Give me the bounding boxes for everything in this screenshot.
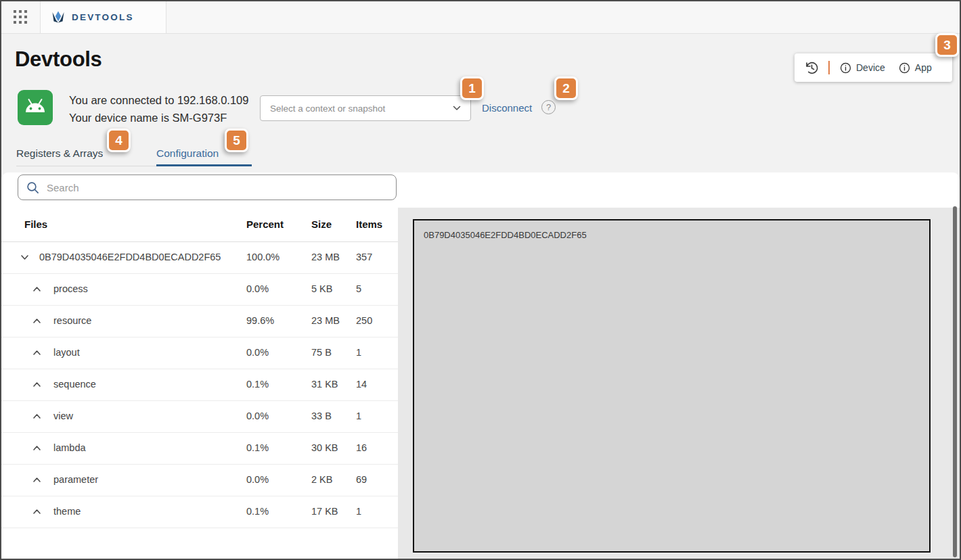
column-header-items: Items: [356, 218, 382, 230]
help-icon[interactable]: ?: [541, 100, 556, 114]
row-percent: 0.0%: [246, 347, 269, 358]
table-row[interactable]: 0B79D4035046E2FDD4BD0ECADD2F65 100.0% 23…: [1, 242, 398, 274]
preview-canvas[interactable]: 0B79D4035046E2FDD4BD0ECADD2F65: [413, 219, 931, 553]
active-tab-underline: [156, 164, 252, 166]
brand-home-link[interactable]: DEVTOOLS: [40, 1, 166, 33]
grid-icon: [12, 9, 29, 26]
file-table-body: 0B79D4035046E2FDD4BD0ECADD2F65 100.0% 23…: [1, 242, 398, 528]
row-name: layout: [53, 347, 80, 358]
row-size: 17 KB: [311, 506, 338, 517]
row-items: 250: [356, 315, 372, 326]
row-size: 5 KB: [311, 283, 332, 294]
top-bar: DEVTOOLS: [1, 1, 960, 34]
column-header-files: Files: [24, 218, 47, 230]
device-info-label: Device: [856, 62, 885, 73]
row-size: 23 MB: [311, 315, 340, 326]
row-items: 5: [356, 283, 361, 294]
row-toggle[interactable]: [32, 317, 41, 325]
row-items: 1: [356, 347, 361, 358]
row-toggle[interactable]: [32, 507, 41, 516]
row-toggle[interactable]: [32, 475, 41, 484]
row-toggle[interactable]: [32, 348, 41, 357]
app-grid-button[interactable]: [1, 1, 40, 33]
row-percent: 0.1%: [246, 379, 269, 390]
tab-registers-arrays[interactable]: Registers & Arrays: [16, 147, 103, 160]
table-row[interactable]: lambda 0.1% 30 KB 16: [1, 433, 398, 465]
row-name: lambda: [53, 442, 86, 453]
table-row[interactable]: sequence 0.1% 31 KB 14: [1, 369, 398, 401]
file-table: Files Percent Size Items 0B79D4035046E2F…: [1, 208, 398, 559]
row-size: 23 MB: [311, 252, 340, 262]
row-size: 31 KB: [311, 379, 338, 390]
search-icon: [26, 181, 39, 194]
preview-panel: 0B79D4035046E2FDD4BD0ECADD2F65: [398, 208, 960, 560]
chevron-up-icon: [32, 507, 41, 516]
table-row[interactable]: layout 0.0% 75 B 1: [1, 337, 398, 369]
table-row[interactable]: view 0.0% 33 B 1: [1, 401, 398, 433]
row-name: theme: [53, 506, 81, 517]
row-percent: 100.0%: [246, 252, 280, 262]
callout-badge-4: 4: [107, 129, 131, 152]
preview-root-label: 0B79D4035046E2FDD4BD0ECADD2F65: [424, 230, 587, 240]
chevron-up-icon: [32, 317, 41, 325]
row-toggle[interactable]: [32, 444, 41, 452]
callout-badge-1: 1: [460, 76, 484, 100]
row-toggle[interactable]: [32, 412, 41, 421]
search-box[interactable]: [18, 174, 397, 200]
app-info-button[interactable]: App: [899, 62, 932, 74]
callout-badge-5: 5: [225, 129, 248, 152]
page-title: Devtools: [15, 47, 102, 72]
device-info-button[interactable]: Device: [840, 62, 885, 74]
row-name: view: [53, 411, 73, 421]
row-toggle[interactable]: [20, 253, 29, 262]
connection-status: You are connected to 192.168.0.109 Your …: [69, 91, 248, 126]
chevron-down-icon: [20, 253, 29, 262]
row-items: 14: [356, 379, 367, 390]
row-name: parameter: [53, 474, 98, 485]
row-toggle[interactable]: [32, 380, 41, 389]
row-items: 69: [356, 474, 367, 485]
history-button[interactable]: [804, 60, 820, 76]
row-size: 33 B: [311, 411, 332, 421]
chevron-down-icon: [453, 106, 461, 111]
row-name: sequence: [53, 379, 96, 390]
toolbar-separator: [828, 61, 830, 74]
disconnect-link[interactable]: Disconnect: [482, 102, 532, 114]
column-header-size: Size: [311, 218, 332, 230]
tab-configuration[interactable]: Configuration: [156, 147, 219, 160]
table-row[interactable]: parameter 0.0% 2 KB 69: [1, 465, 398, 496]
chevron-up-icon: [32, 285, 41, 294]
info-icon: [840, 62, 851, 74]
brand-name: DEVTOOLS: [72, 12, 134, 22]
chevron-up-icon: [32, 475, 41, 484]
row-name: resource: [53, 315, 91, 326]
table-row[interactable]: theme 0.1% 17 KB 1: [1, 496, 398, 528]
app-info-label: App: [915, 62, 932, 73]
chevron-up-icon: [32, 380, 41, 389]
row-percent: 0.0%: [246, 283, 269, 294]
connection-line2: Your device name is SM-G973F: [69, 109, 248, 126]
search-input[interactable]: [45, 181, 388, 194]
table-row[interactable]: process 0.0% 5 KB 5: [1, 274, 398, 306]
row-items: 357: [356, 252, 372, 262]
context-snapshot-select[interactable]: Select a context or snapshot: [260, 95, 471, 121]
table-row[interactable]: resource 99.6% 23 MB 250: [1, 306, 398, 337]
file-table-header: Files Percent Size Items: [1, 208, 398, 242]
callout-badge-2: 2: [554, 76, 578, 100]
row-items: 1: [356, 411, 361, 421]
inspect-toolbar: Device App: [795, 53, 952, 82]
row-percent: 0.1%: [246, 506, 269, 517]
vertical-scrollbar[interactable]: [953, 206, 957, 557]
devtools-page: DEVTOOLS Devtools You are connected to 1…: [0, 0, 961, 560]
row-items: 1: [356, 506, 361, 517]
row-size: 75 B: [311, 347, 332, 358]
row-percent: 0.0%: [246, 474, 269, 485]
row-percent: 0.0%: [246, 411, 269, 421]
row-name: 0B79D4035046E2FDD4BD0ECADD2F65: [39, 252, 221, 262]
row-percent: 99.6%: [246, 315, 274, 326]
chevron-up-icon: [32, 348, 41, 357]
row-toggle[interactable]: [32, 285, 41, 294]
context-select-placeholder: Select a context or snapshot: [270, 103, 453, 114]
row-size: 2 KB: [311, 474, 332, 485]
row-size: 30 KB: [311, 442, 338, 453]
